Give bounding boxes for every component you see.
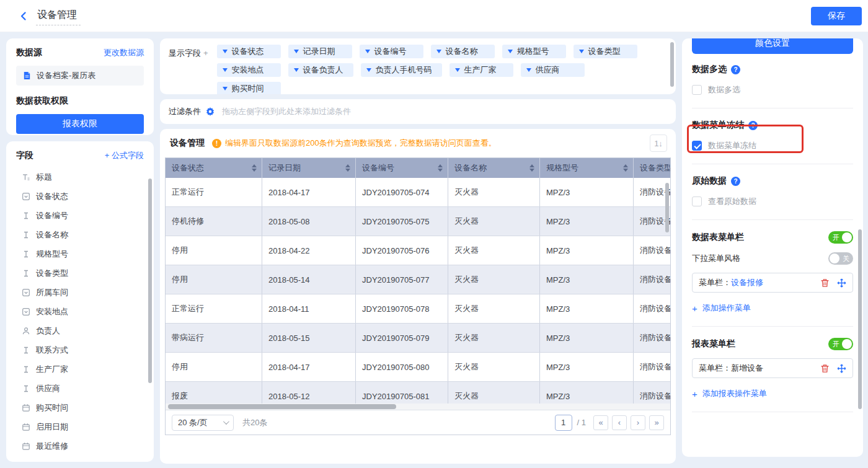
page-size-select[interactable]: 20 条/页 bbox=[172, 415, 234, 431]
display-field-chip[interactable]: 生产厂家 bbox=[450, 63, 513, 77]
move-icon[interactable] bbox=[837, 364, 846, 373]
add-formula-field-link[interactable]: + 公式字段 bbox=[105, 150, 144, 161]
multi-select-checkbox-row[interactable]: 数据多选 bbox=[692, 84, 853, 95]
field-item[interactable]: 负责人 bbox=[16, 321, 144, 340]
page-title[interactable]: 设备管理 bbox=[36, 9, 81, 25]
field-item[interactable]: 设备编号 bbox=[16, 206, 144, 225]
table-row[interactable]: 停用2018-05-14JDY20190705-077灭火器MPZ/3消防设备 bbox=[166, 265, 670, 294]
text-icon bbox=[21, 384, 30, 393]
field-item[interactable]: 启用日期 bbox=[16, 417, 144, 436]
sort-arrows-icon[interactable] bbox=[438, 164, 443, 172]
field-item[interactable]: 设备类型 bbox=[16, 263, 144, 283]
table-sort-icon[interactable]: 1↓ bbox=[650, 135, 667, 152]
multi-select-checkbox[interactable] bbox=[692, 85, 702, 95]
change-datasource-link[interactable]: 更改数据源 bbox=[104, 47, 144, 58]
column-header[interactable]: 设备编号 bbox=[356, 158, 448, 178]
display-field-chip[interactable]: 安装地点 bbox=[217, 63, 281, 77]
display-field-chip[interactable]: 记录日期 bbox=[288, 45, 352, 58]
table-row[interactable]: 停用2018-04-17JDY20190705-080灭火器MPZ/3消防设备 bbox=[166, 353, 670, 382]
raw-data-checkbox-row[interactable]: 查看原始数据 bbox=[692, 196, 853, 207]
field-item[interactable]: 供应商 bbox=[16, 379, 144, 398]
add-report-action-menu-link[interactable]: + 添加报表操作菜单 bbox=[692, 388, 853, 399]
help-icon[interactable]: ? bbox=[731, 177, 740, 186]
field-item[interactable]: 生产厂家 bbox=[16, 360, 144, 379]
horizontal-scrollbar-thumb[interactable] bbox=[168, 404, 396, 409]
display-field-chip[interactable]: 设备名称 bbox=[431, 45, 495, 58]
display-field-chip[interactable]: 购买时间 bbox=[217, 82, 281, 94]
sort-arrows-icon[interactable] bbox=[252, 164, 257, 172]
field-item[interactable]: 规格型号 bbox=[16, 244, 144, 263]
display-field-chip[interactable]: 供应商 bbox=[521, 63, 585, 77]
report-menu-toggle[interactable]: 开 bbox=[828, 338, 853, 350]
add-action-menu-link[interactable]: + 添加操作菜单 bbox=[692, 302, 853, 314]
column-header[interactable]: 设备名称 bbox=[448, 158, 540, 178]
field-label: 安装地点 bbox=[36, 306, 68, 317]
display-field-chip[interactable]: 规格型号 bbox=[502, 45, 566, 58]
delete-icon[interactable] bbox=[820, 278, 830, 288]
display-field-chip[interactable]: 设备编号 bbox=[360, 45, 423, 58]
text-icon bbox=[21, 364, 30, 374]
display-field-chip[interactable]: 设备负责人 bbox=[288, 63, 353, 77]
display-field-chip[interactable]: 负责人手机号码 bbox=[361, 63, 442, 77]
display-field-chip[interactable]: 设备状态 bbox=[217, 45, 281, 58]
back-icon[interactable] bbox=[16, 9, 31, 24]
column-header[interactable]: 设备状态 bbox=[166, 158, 262, 178]
help-icon[interactable]: ? bbox=[748, 121, 758, 130]
horizontal-scrollbar-track[interactable] bbox=[166, 404, 670, 410]
chevron-down-icon bbox=[366, 68, 371, 72]
menu-freeze-section: 数据菜单冻结 ? 数据菜单冻结 bbox=[692, 108, 853, 164]
field-item[interactable]: 所属车间 bbox=[16, 283, 144, 302]
fields-scrollbar[interactable] bbox=[148, 179, 152, 383]
field-item[interactable]: 安装地点 bbox=[16, 302, 144, 321]
table-menu-toggle[interactable]: 开 bbox=[828, 231, 853, 244]
table-cell: 灭火器 bbox=[448, 382, 540, 404]
last-page-icon[interactable]: » bbox=[649, 415, 664, 430]
dropdown-style-toggle[interactable]: 关 bbox=[828, 252, 853, 265]
table-cell: 灭火器 bbox=[448, 265, 540, 294]
first-page-icon[interactable]: « bbox=[593, 415, 608, 430]
table-row[interactable]: 停机待修2018-05-08JDY20190705-075灭火器MPZ/3消防设… bbox=[166, 207, 670, 236]
table-menu-item[interactable]: 菜单栏：设备报修 bbox=[692, 273, 853, 293]
column-header[interactable]: 记录日期 bbox=[262, 158, 356, 178]
delete-icon[interactable] bbox=[820, 364, 830, 373]
fields-panel: 字段 + 公式字段 标题设备状态设备编号设备名称规格型号设备类型所属车间安装地点… bbox=[6, 141, 154, 462]
column-header[interactable]: 规格型号 bbox=[540, 158, 634, 178]
sort-arrows-icon[interactable] bbox=[345, 164, 350, 172]
table-row[interactable]: 正常运行2018-04-11JDY20190705-078灭火器MPZ/3消防设… bbox=[166, 294, 670, 324]
table-cell: MPZ/3 bbox=[540, 324, 634, 352]
filter-settings-gear-icon[interactable] bbox=[206, 107, 215, 116]
move-icon[interactable] bbox=[837, 278, 846, 288]
text-icon bbox=[21, 345, 30, 355]
page-number-input[interactable]: 1 bbox=[555, 415, 572, 431]
help-icon[interactable]: ? bbox=[731, 65, 740, 74]
save-button[interactable]: 保存 bbox=[811, 7, 862, 25]
table-vertical-scrollbar[interactable] bbox=[665, 183, 669, 232]
settings-scrollbar[interactable] bbox=[858, 229, 862, 409]
report-menu-item[interactable]: 菜单栏：新增设备 bbox=[692, 358, 853, 378]
table-row[interactable]: 带病运行2018-05-15JDY20190705-079灭火器MPZ/3消防设… bbox=[166, 324, 670, 353]
add-display-field-icon[interactable]: + bbox=[203, 48, 208, 58]
datasource-item[interactable]: 设备档案-履历表 bbox=[16, 66, 144, 86]
menu-freeze-checkbox[interactable] bbox=[692, 141, 702, 151]
sort-arrows-icon[interactable] bbox=[529, 164, 534, 172]
menu-freeze-checkbox-row[interactable]: 数据菜单冻结 bbox=[692, 140, 853, 151]
field-item[interactable]: 联系方式 bbox=[16, 340, 144, 360]
color-settings-button[interactable]: 颜色设置 bbox=[692, 38, 853, 54]
display-field-chip[interactable]: 设备类型 bbox=[574, 45, 637, 58]
field-item[interactable]: 最近维修 bbox=[16, 436, 144, 456]
sort-arrows-icon[interactable] bbox=[623, 164, 628, 172]
column-header[interactable]: 设备类型 bbox=[634, 158, 670, 178]
field-item[interactable]: 设备状态 bbox=[16, 187, 144, 206]
table-row[interactable]: 正常运行2018-04-17JDY20190705-074灭火器MPZ/3消防设… bbox=[166, 178, 670, 207]
raw-data-checkbox[interactable] bbox=[692, 196, 702, 206]
table-row[interactable]: 报废2018-05-12JDY20190705-081灭火器MPZ/3消防设备 bbox=[166, 382, 670, 404]
field-item[interactable]: 设备名称 bbox=[16, 225, 144, 244]
field-item[interactable]: 购买时间 bbox=[16, 398, 144, 417]
report-permission-button[interactable]: 报表权限 bbox=[16, 114, 144, 134]
table-cell: 停用 bbox=[166, 236, 262, 265]
table-row[interactable]: 停用2018-04-22JDY20190705-076灭火器MPZ/3消防设备 bbox=[166, 236, 670, 265]
prev-page-icon[interactable]: ‹ bbox=[612, 415, 627, 430]
next-page-icon[interactable]: › bbox=[631, 415, 645, 430]
display-panel-scrollbar[interactable] bbox=[670, 42, 674, 87]
field-item[interactable]: 标题 bbox=[16, 167, 144, 187]
